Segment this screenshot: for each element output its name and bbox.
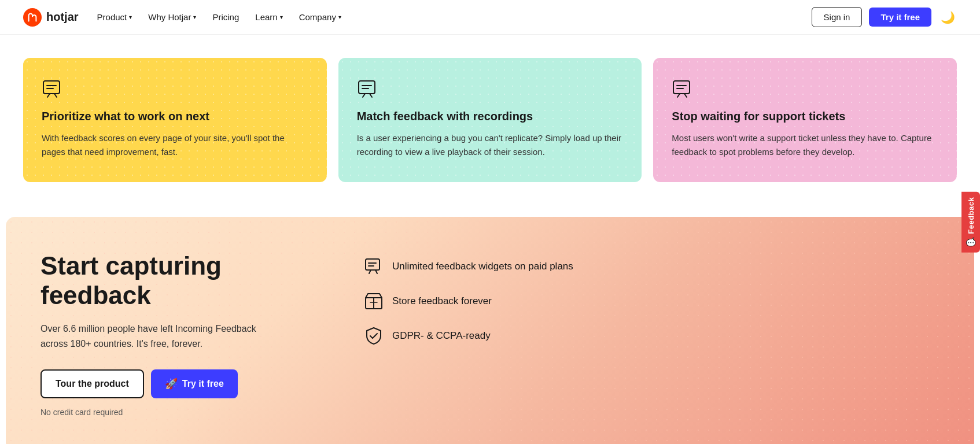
feature-widgets-text: Unlimited feedback widgets on paid plans [392,261,573,272]
cta-desc: Over 6.6 million people have left Incomi… [40,321,260,351]
feature-cards-section: Prioritize what to work on next With fee… [0,35,980,217]
feature-store-text: Store feedback forever [392,295,492,307]
nav-links: Product ▾ Why Hotjar ▾ Pricing Learn ▾ C… [97,12,341,22]
dark-mode-toggle[interactable]: 🌙 [938,8,957,27]
feature-widgets: Unlimited feedback widgets on paid plans [364,257,940,276]
card-support-desc: Most users won't write a support ticket … [672,131,938,159]
card-match: Match feedback with recordings Is a user… [338,58,642,182]
feature-gdpr-text: GDPR- & CCPA-ready [392,330,491,342]
try-free-cta-button[interactable]: 🚀 Try it free [151,369,238,398]
nav-company[interactable]: Company ▾ [299,12,341,22]
navbar: hotjar Product ▾ Why Hotjar ▾ Pricing Le… [0,0,980,35]
cta-left: Start capturing feedback Over 6.6 millio… [40,251,318,417]
cta-buttons: Tour the product 🚀 Try it free [40,369,318,398]
logo-text: hotjar [46,10,79,24]
logo[interactable]: hotjar [23,8,79,27]
feedback-tab-wrapper[interactable]: 💬 Feedback [961,191,980,252]
svg-point-0 [23,8,42,27]
moon-icon: 🌙 [941,10,955,24]
feature-list: Unlimited feedback widgets on paid plans… [364,257,940,345]
no-credit-card-text: No credit card required [40,408,318,417]
chevron-down-icon: ▾ [129,14,132,20]
card-prioritize-title: Prioritize what to work on next [42,110,308,123]
card-match-title: Match feedback with recordings [357,110,624,123]
nav-pricing[interactable]: Pricing [212,12,239,22]
svg-rect-4 [359,81,375,94]
svg-rect-1 [43,81,60,94]
svg-rect-7 [673,81,690,94]
chevron-down-icon: ▾ [338,14,341,20]
chat-icon [42,79,62,99]
cta-title: Start capturing feedback [40,251,318,310]
card-support-title: Stop waiting for support tickets [672,110,938,123]
card-prioritize-desc: With feedback scores on every page of yo… [42,131,308,159]
nav-learn[interactable]: Learn ▾ [255,12,282,22]
feature-store: Store feedback forever [364,292,940,310]
signin-button[interactable]: Sign in [812,7,863,27]
cta-section: Start capturing feedback Over 6.6 millio… [6,217,974,444]
nav-right: Sign in Try it free 🌙 [812,7,957,27]
card-support: Stop waiting for support tickets Most us… [653,58,957,182]
nav-left: hotjar Product ▾ Why Hotjar ▾ Pricing Le… [23,8,341,27]
chevron-down-icon: ▾ [280,14,283,20]
shield-check-icon [364,327,383,345]
svg-rect-10 [366,259,380,270]
feedback-tab[interactable]: 💬 Feedback [961,191,980,252]
chat-icon [357,79,378,99]
chevron-down-icon: ▾ [193,14,196,20]
try-free-nav-button[interactable]: Try it free [869,8,931,27]
feature-gdpr: GDPR- & CCPA-ready [364,327,940,345]
chat-icon [672,79,692,99]
feedback-tab-icon: 💬 [966,236,975,247]
tour-product-button[interactable]: Tour the product [40,369,144,398]
box-icon [364,292,383,310]
card-match-desc: Is a user experiencing a bug you can't r… [357,131,624,159]
nav-product[interactable]: Product ▾ [97,12,132,22]
rocket-icon: 🚀 [165,378,178,390]
nav-why-hotjar[interactable]: Why Hotjar ▾ [148,12,196,22]
cta-right: Unlimited feedback widgets on paid plans… [364,251,940,345]
card-prioritize: Prioritize what to work on next With fee… [23,58,327,182]
feedback-widget-icon [364,257,383,276]
